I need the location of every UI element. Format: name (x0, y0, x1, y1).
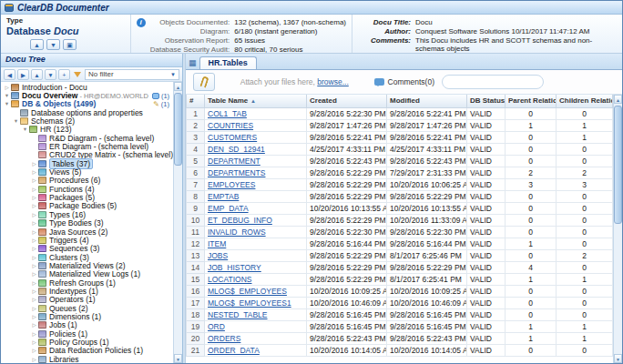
tree-item[interactable]: ▼DB & Objects (1499)✎(1) (1, 100, 173, 108)
tree-item[interactable]: ▷Triggers (4) (1, 236, 173, 244)
collapsed-icon[interactable]: ▷ (30, 357, 38, 362)
up-button[interactable]: ▲ (31, 69, 43, 80)
next-docu-button[interactable]: ▼ (46, 39, 60, 50)
scroll-down-icon[interactable]: ▼ (174, 354, 182, 363)
table-name-link[interactable]: ORDER_DATA (208, 346, 260, 355)
table-name-link[interactable]: LOCATIONS (208, 275, 252, 284)
tree-item[interactable]: ▷Packages (5) (1, 193, 173, 201)
collapsed-icon[interactable]: ▷ (30, 263, 38, 268)
table-name-link[interactable]: EMP_DATA (208, 204, 249, 213)
table-name-link[interactable]: INVALID_ROWS (208, 228, 266, 237)
tree-item[interactable]: ▷Views (5) (1, 167, 173, 176)
table-name-link[interactable]: MLOG$_EMPLOYEES1 (208, 298, 291, 308)
comments-input[interactable] (442, 75, 544, 89)
tree-scroll-thumb[interactable] (174, 93, 182, 166)
tree-item[interactable]: ▼HR (123) (1, 126, 173, 134)
table-name-link[interactable]: ITEM (208, 239, 226, 248)
column-header-parent-relations[interactable]: Parent Relations (506, 95, 557, 107)
tree-item[interactable]: ▷Dimensions (1) (1, 312, 173, 320)
tree-item[interactable]: ▷Procedures (6) (1, 177, 173, 185)
collapsed-icon[interactable]: ▷ (30, 187, 38, 192)
tree-item[interactable]: R&D Diagram - (schema level) (1, 134, 173, 142)
collapsed-icon[interactable]: ▷ (30, 203, 38, 208)
collapsed-icon[interactable]: ▷ (30, 177, 38, 183)
table-scrollbar[interactable]: ▲ ▼ (613, 95, 622, 363)
column-header-created[interactable]: Created (307, 95, 387, 107)
collapsed-icon[interactable]: ▷ (30, 322, 38, 328)
table-name-link[interactable]: DEPARTMENTS (208, 168, 265, 177)
export-docu-button[interactable]: ▣ (63, 39, 77, 50)
tree-item[interactable]: ▷Functions (4) (1, 185, 173, 193)
collapsed-icon[interactable]: ▷ (30, 348, 38, 353)
collapsed-icon[interactable]: ▷ (3, 85, 11, 90)
column-header-table-name[interactable]: Table Name ▲ (205, 95, 307, 107)
tree-item[interactable]: ▷Sequences (3) (1, 245, 173, 253)
tree-item[interactable]: ▷Policy Groups (1) (1, 338, 173, 346)
expanded-icon[interactable]: ▼ (12, 118, 20, 124)
tree-item[interactable]: ▷Clusters (3) (1, 253, 173, 261)
table-name-link[interactable]: DEN_SD_12941 (208, 145, 265, 154)
tree-item[interactable]: ▷Types (16) (1, 210, 173, 218)
tree-item[interactable]: ▷Refresh Groups (1) (1, 278, 173, 287)
tree-item[interactable]: ▷Java Sources (2) (1, 228, 173, 236)
table-name-link[interactable]: DEPARTMENT (208, 157, 260, 166)
table-scroll-track[interactable] (614, 104, 622, 354)
column-header-modified[interactable]: Modified (387, 95, 467, 107)
table-name-link[interactable]: EMPLOYEES (208, 180, 255, 189)
scroll-up-icon[interactable]: ▲ (174, 82, 182, 91)
tree-item[interactable]: ▷Libraries (1, 355, 173, 363)
collapsed-icon[interactable]: ▷ (30, 306, 38, 311)
tree-scrollbar[interactable]: ▲ ▼ (173, 82, 182, 363)
table-name-link[interactable]: COL1_TAB (208, 109, 247, 118)
expanded-icon[interactable]: ▼ (3, 93, 11, 98)
collapsed-icon[interactable]: ▷ (30, 246, 38, 251)
column-header-children-relations[interactable]: Children Relations (557, 95, 613, 107)
tree-item[interactable]: ▷Data Redaction Policies (1) (1, 347, 173, 355)
collapsed-icon[interactable]: ▷ (30, 339, 38, 345)
table-name-link[interactable]: MLOG$_EMPLOYEES (208, 287, 287, 296)
tree-item[interactable]: ▷Indextypes (1) (1, 287, 173, 295)
tree-item[interactable]: ▷Type Bodies (3) (1, 219, 173, 228)
collapsed-icon[interactable]: ▷ (30, 331, 38, 337)
table-name-link[interactable]: ORD (208, 322, 225, 331)
tab-strip-icon[interactable]: ▦ (189, 57, 197, 69)
collapsed-icon[interactable]: ▷ (30, 255, 38, 260)
tree-item[interactable]: ▷Queues (2) (1, 304, 173, 312)
table-name-link[interactable]: ET_DEBUG_INFO (208, 216, 272, 225)
table-name-link[interactable]: CUSTOMERS (208, 133, 257, 142)
down-button[interactable]: ▼ (45, 69, 56, 80)
table-scroll-thumb[interactable] (614, 106, 622, 224)
scroll-down-icon[interactable]: ▼ (614, 354, 622, 363)
tree-item[interactable]: ▷Introduction - Docu (1, 83, 173, 91)
tree-item[interactable]: ER Diagram - (schema level) (1, 142, 173, 150)
attach-button[interactable] (193, 73, 215, 91)
tree-item[interactable]: ▷Tables (37) (1, 159, 173, 167)
collapsed-icon[interactable]: ▷ (30, 238, 38, 243)
collapsed-icon[interactable]: ▷ (30, 288, 38, 294)
collapsed-icon[interactable]: ▷ (30, 280, 38, 286)
table-name-link[interactable]: EMPTAB (208, 192, 239, 201)
tree-item[interactable]: Database options and properties (1, 108, 173, 116)
browse-link[interactable]: browse... (317, 77, 349, 86)
expanded-icon[interactable]: ▼ (3, 101, 11, 106)
column-header--[interactable]: # (187, 95, 205, 107)
collapsed-icon[interactable]: ▷ (30, 195, 38, 200)
tree-item[interactable]: ▼Docu Overview - HR@DEMO.WORLD(1) (1, 91, 173, 99)
prev-docu-button[interactable]: ▲ (30, 39, 44, 50)
collapsed-icon[interactable]: ▷ (30, 297, 38, 302)
expanded-icon[interactable]: ▼ (21, 126, 29, 132)
collapsed-icon[interactable]: ▷ (30, 220, 38, 226)
tree-item[interactable]: ▷Package Bodies (5) (1, 202, 173, 210)
tree-scroll-track[interactable] (174, 91, 182, 354)
table-name-link[interactable]: ORDERS (208, 334, 240, 343)
collapsed-icon[interactable]: ▷ (30, 161, 38, 167)
tab-hr-tables[interactable]: HR.Tables (199, 56, 257, 69)
back-button[interactable]: ◀ (4, 69, 15, 80)
file-dropzone[interactable]: Attach your files here, browse... (222, 77, 367, 86)
table-name-link[interactable]: JOBS (208, 251, 228, 260)
table-name-link[interactable]: NESTED_TABLE (208, 310, 268, 319)
tree-item[interactable]: ▷Materialized Views (2) (1, 261, 173, 269)
tree-item[interactable]: ▼Schemas (2) (1, 116, 173, 125)
forward-button[interactable]: ▶ (17, 69, 29, 80)
table-name-link[interactable]: JOB_HISTORY (208, 263, 261, 272)
